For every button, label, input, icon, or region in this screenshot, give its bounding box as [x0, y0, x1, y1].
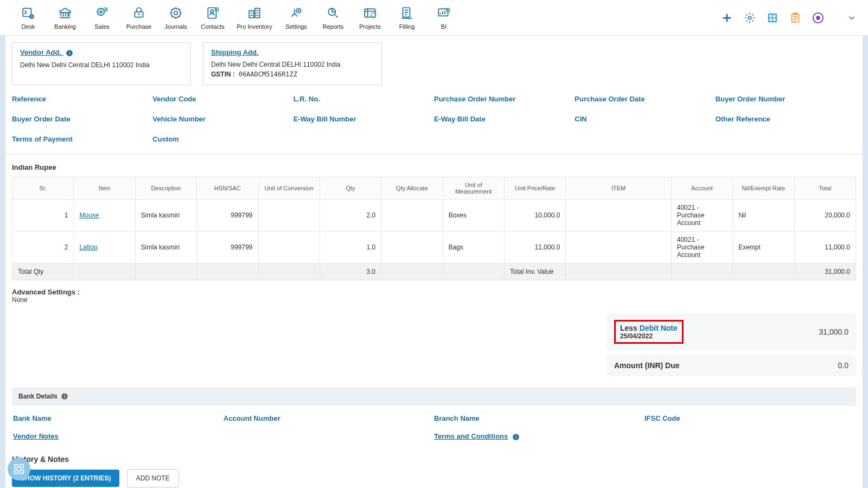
nav-bi[interactable]: BI: [425, 6, 462, 30]
vendor-address-box: Vendor Add. Delhi New Delhi Central DELH…: [12, 42, 191, 85]
contacts-icon: [206, 6, 220, 20]
banking-icon: [58, 6, 72, 20]
item-link[interactable]: Lattop: [79, 243, 97, 251]
ifsc-code-label: IFSC Code: [644, 414, 855, 422]
summary-less-debit-note: Less Debit Note 25/04/2022 31,000.0: [607, 313, 856, 350]
field-reference: Reference: [12, 95, 152, 103]
field-other-reference: Other Reference: [716, 115, 856, 123]
table-row: 1 Mouse Simla kasmiri 999799 2.0 Boxes 1…: [12, 200, 856, 232]
svg-rect-33: [64, 396, 65, 398]
nav-menu: Desk Banking Sales Purchase Journals Con…: [10, 6, 462, 30]
svg-point-37: [515, 435, 516, 436]
apps-launcher-icon[interactable]: [8, 458, 30, 480]
gear-icon[interactable]: [743, 11, 756, 24]
advanced-settings: Advanced Settings : None: [12, 288, 856, 304]
field-terms-of-payment: Terms of Payment: [12, 135, 152, 143]
col-sr: Sr.: [12, 177, 74, 200]
nav-filling[interactable]: Filling: [388, 6, 425, 30]
col-item: Item: [74, 177, 135, 200]
svg-rect-24: [773, 18, 776, 21]
bank-name-label: Bank Name: [13, 414, 224, 422]
field-eway-bill-number: E-Way Bill Number: [293, 115, 434, 123]
bi-icon: [437, 6, 451, 20]
svg-point-31: [69, 51, 70, 52]
account-number-label: Account Number: [224, 414, 434, 422]
settings-icon: [289, 6, 303, 20]
journals-icon: [169, 6, 183, 20]
field-eway-bill-date: E-Way Bill Date: [434, 115, 575, 123]
debit-note-link[interactable]: Debit Note: [640, 324, 678, 332]
nav-banking[interactable]: Banking: [47, 6, 84, 30]
svg-rect-23: [770, 18, 773, 21]
svg-rect-21: [770, 15, 773, 17]
app-icon[interactable]: [812, 11, 825, 24]
svg-rect-36: [515, 436, 516, 439]
svg-rect-40: [15, 470, 18, 473]
field-buyer-order-date: Buyer Order Date: [12, 115, 152, 123]
highlight-box: Less Debit Note 25/04/2022: [614, 320, 684, 344]
svg-rect-22: [773, 15, 776, 17]
shipping-address-title[interactable]: Shipping Add.: [211, 48, 259, 56]
vendor-address-line: Delhi New Delhi Central DELHI 110002 Ind…: [20, 60, 183, 70]
table-header-row: Sr. Item Description HSN/SAC Unit of Con…: [12, 177, 856, 200]
svg-rect-41: [20, 470, 23, 473]
field-po-date: Purchase Order Date: [575, 95, 715, 103]
shipping-address-line: Delhi New Delhi Central DELHI 110002 Ind…: [211, 60, 374, 69]
nav-purchase[interactable]: Purchase: [120, 6, 157, 30]
nav-settings[interactable]: Settings: [278, 6, 315, 30]
svg-point-28: [816, 16, 820, 20]
col-qty-alloc: Qty Allocate: [381, 177, 443, 200]
add-note-button[interactable]: ADD NOTE: [127, 469, 179, 487]
field-vendor-code: Vendor Code: [152, 95, 293, 103]
calculator-icon[interactable]: [766, 11, 779, 24]
svg-point-6: [174, 11, 178, 15]
currency-label: Indian Rupee: [12, 163, 856, 171]
branch-name-label: Branch Name: [434, 414, 644, 422]
info-fields-grid: Reference Vendor Code L.R. No. Purchase …: [12, 95, 856, 143]
field-po-number: Purchase Order Number: [434, 95, 575, 103]
col-desc: Description: [135, 177, 196, 200]
col-nil: Nil/Exempt Rate: [733, 177, 794, 200]
info-icon: [66, 49, 73, 57]
inventory-icon: [247, 6, 261, 20]
info-icon: [61, 393, 68, 400]
field-vehicle-number: Vehicle Number: [152, 115, 293, 123]
nav-journals[interactable]: Journals: [157, 6, 194, 30]
nav-pro-inventory[interactable]: Pro Inventory: [231, 6, 278, 30]
field-buyer-order-number: Buyer Order Number: [716, 95, 856, 103]
table-total-row: Total Qty 3.0 Total Inv. Value 31,000.0: [12, 264, 856, 280]
field-cin: CIN: [575, 115, 715, 123]
nav-reports[interactable]: Reports: [315, 6, 352, 30]
terms-conditions-link[interactable]: Terms and Conditions: [434, 432, 508, 440]
svg-point-8: [210, 10, 213, 12]
filling-icon: [400, 6, 414, 20]
col-qty: Qty: [320, 177, 381, 200]
svg-rect-39: [20, 465, 23, 468]
nav-contacts[interactable]: Contacts: [194, 6, 231, 30]
nav-projects[interactable]: Projects: [352, 6, 388, 30]
nav-sales[interactable]: Sales: [84, 6, 120, 30]
summary-panel: Less Debit Note 25/04/2022 31,000.0 Amou…: [12, 313, 856, 376]
bank-details-grid: Bank Name Account Number Branch Name IFS…: [12, 406, 856, 428]
toolbar: [720, 11, 858, 24]
vendor-address-title[interactable]: Vendor Add.: [20, 48, 73, 57]
summary-amount-due: Amount (INR) Due 0.0: [607, 355, 856, 376]
projects-icon: [363, 6, 377, 20]
col-hsn: HSN/SAC: [197, 177, 258, 200]
page-content: Vendor Add. Delhi New Delhi Central DELH…: [5, 36, 863, 488]
purchase-icon: [132, 6, 146, 20]
add-icon[interactable]: [720, 11, 733, 24]
svg-rect-10: [249, 10, 254, 17]
item-link[interactable]: Mouse: [79, 211, 99, 219]
vendor-notes-link[interactable]: Vendor Notes: [13, 432, 59, 440]
info-icon: [512, 433, 520, 441]
nav-desk[interactable]: Desk: [10, 6, 47, 30]
svg-rect-20: [768, 13, 777, 22]
svg-point-19: [748, 16, 751, 20]
desk-icon: [21, 6, 35, 20]
sales-icon: [95, 6, 109, 20]
chevron-down-icon[interactable]: [845, 11, 858, 24]
items-table: Sr. Item Description HSN/SAC Unit of Con…: [12, 177, 856, 280]
table-row: 2 Lattop Simla kasmiri 999799 1.0 Bags 1…: [12, 232, 856, 264]
clipboard-icon[interactable]: [789, 11, 802, 24]
